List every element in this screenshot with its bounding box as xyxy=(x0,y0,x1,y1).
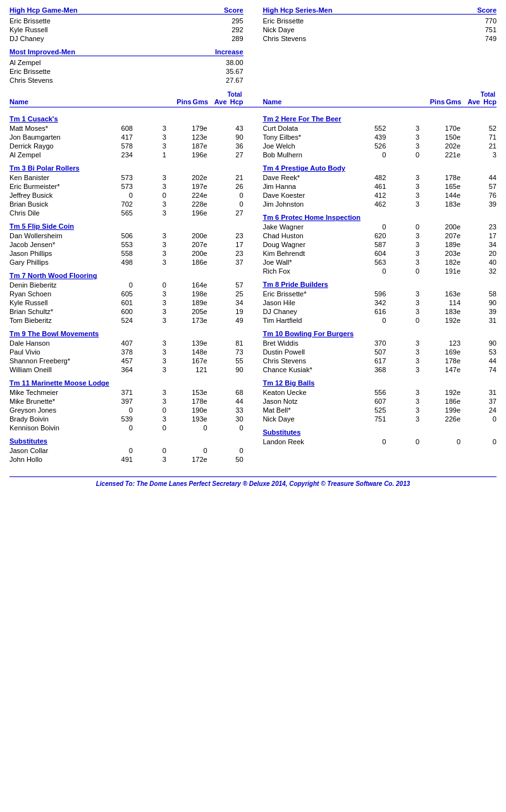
player-row: Eric Burmeister* 573 3 197e 26 xyxy=(9,182,244,191)
player-name: Dan Wollersheim xyxy=(9,232,92,239)
player-hcp: 40 xyxy=(481,258,497,266)
player-pins: 342 xyxy=(366,299,386,306)
high-hcp-series-player-row: Nick Daye751 xyxy=(262,25,497,34)
player-row: Tony Eilbes* 439 3 150e 71 xyxy=(262,133,497,142)
player-hcp: 17 xyxy=(481,232,497,239)
player-name: Jason Phillips xyxy=(9,250,92,257)
player-name: Nick Daye xyxy=(262,26,294,33)
player-gms: 3 xyxy=(407,183,419,190)
player-row: John Hollo 491 3 172e 50 xyxy=(9,455,244,464)
player-gms: 3 xyxy=(407,389,419,396)
player-hcp: 58 xyxy=(481,290,497,298)
player-gms: 3 xyxy=(154,348,166,356)
improved-player-row: Al Zempel38.00 xyxy=(9,58,244,67)
player-gms: 3 xyxy=(154,174,166,181)
player-hcp: 34 xyxy=(481,241,497,248)
player-hcp: 37 xyxy=(228,258,244,266)
player-name: Jason Notz xyxy=(262,397,345,405)
player-ave: 190e xyxy=(187,406,207,414)
player-ave: 173e xyxy=(187,317,207,324)
player-name: Bob Mulhern xyxy=(262,151,345,159)
high-hcp-series-score-label: Score xyxy=(477,6,497,14)
right-name-header: Name xyxy=(262,98,345,106)
high-hcp-series-block: High Hcp Series-Men Score Eric Brissette… xyxy=(262,6,497,43)
player-name: Kyle Russell xyxy=(9,26,48,33)
player-increase: 35.67 xyxy=(226,68,244,75)
team-name: Tm 6 Protec Home Inspection xyxy=(262,214,497,221)
player-name: Chris Stevens xyxy=(262,35,305,42)
player-name: Brian Busick xyxy=(9,200,92,208)
player-name: Jim Hanna xyxy=(262,183,345,190)
player-pins: 0 xyxy=(366,267,386,275)
player-row: Jon Baumgarten 417 3 123e 90 xyxy=(9,133,244,142)
player-hcp: 27 xyxy=(228,151,244,159)
player-ave: 178e xyxy=(440,357,460,365)
player-name: Nick Daye xyxy=(262,415,345,423)
player-pins: 0 xyxy=(113,424,133,432)
team-name: Tm 3 Bi Polar Rollers xyxy=(9,164,244,172)
player-ave: 144e xyxy=(440,191,460,199)
player-name: Greyson Jones xyxy=(9,406,92,414)
player-ave: 163e xyxy=(440,290,460,298)
player-row: Ken Banister 573 3 202e 21 xyxy=(9,173,244,182)
player-name: Al Zempel xyxy=(9,59,41,66)
player-hcp: 71 xyxy=(481,133,497,141)
team-name: Tm 8 Pride Builders xyxy=(262,281,497,288)
player-row: Dan Wollersheim 506 3 200e 23 xyxy=(9,231,244,240)
player-name: Jacob Jensen* xyxy=(9,241,92,248)
player-row: Chad Huston 620 3 207e 17 xyxy=(262,231,497,240)
player-pins: 407 xyxy=(113,339,133,347)
player-row: Brian Schultz* 600 3 205e 19 xyxy=(9,307,244,316)
player-row: Dustin Powell 507 3 169e 53 xyxy=(262,348,497,356)
player-pins: 0 xyxy=(366,317,386,324)
high-hcp-game-score-label: Score xyxy=(224,6,244,14)
player-ave: 187e xyxy=(187,142,207,150)
player-ave: 198e xyxy=(187,290,207,298)
player-gms: 3 xyxy=(407,406,419,414)
player-hcp: 3 xyxy=(481,151,497,159)
player-hcp: 43 xyxy=(228,124,244,132)
player-gms: 0 xyxy=(154,447,166,454)
right-gms-header: Gms xyxy=(446,98,459,106)
team-name: Tm 11 Marinette Moose Lodge xyxy=(9,379,244,387)
player-pins: 553 xyxy=(113,241,133,248)
player-name: Brian Schultz* xyxy=(9,308,92,315)
improved-player-row: Chris Stevens27.67 xyxy=(9,76,244,85)
player-gms: 3 xyxy=(154,308,166,315)
player-row: Jim Hanna 461 3 165e 57 xyxy=(262,182,497,191)
player-gms: 3 xyxy=(154,209,166,217)
player-name: Gary Phillips xyxy=(9,258,92,266)
player-row: Greyson Jones 0 0 190e 33 xyxy=(9,406,244,415)
player-gms: 3 xyxy=(407,124,419,132)
player-gms: 3 xyxy=(407,232,419,239)
player-pins: 526 xyxy=(366,142,386,150)
player-pins: 608 xyxy=(113,124,133,132)
player-pins: 0 xyxy=(366,438,386,445)
player-ave: 202e xyxy=(440,142,460,150)
right-hcp-header: Hcp xyxy=(481,98,497,106)
player-row: Brady Boivin 539 3 193e 30 xyxy=(9,415,244,423)
player-hcp: 90 xyxy=(228,366,244,373)
player-ave: 199e xyxy=(440,406,460,414)
most-improved-block: Most Improved-Men Increase Al Zempel38.0… xyxy=(9,48,497,85)
player-hcp: 44 xyxy=(228,397,244,405)
most-improved-title: Most Improved-Men xyxy=(9,48,75,56)
team-name: Tm 5 Flip Side Coin xyxy=(9,222,244,230)
player-hcp: 81 xyxy=(228,339,244,347)
left-name-header: Name xyxy=(9,98,92,106)
player-hcp: 50 xyxy=(228,456,244,463)
player-row: Mike Brunette* 397 3 178e 44 xyxy=(9,397,244,406)
player-hcp: 0 xyxy=(228,447,244,454)
player-hcp: 0 xyxy=(228,200,244,208)
player-row: Shannon Freeberg* 457 3 167e 55 xyxy=(9,356,244,365)
player-gms: 0 xyxy=(407,223,419,231)
player-gms: 3 xyxy=(154,290,166,298)
player-pins: 525 xyxy=(366,406,386,414)
player-name: Jason Collar xyxy=(9,447,92,454)
player-gms: 3 xyxy=(154,124,166,132)
team-name: Tm 2 Here For The Beer xyxy=(262,115,497,123)
left-pins-header: Pins xyxy=(171,98,192,106)
player-row: Kennison Boivin 0 0 0 0 xyxy=(9,423,244,432)
player-gms: 3 xyxy=(407,191,419,199)
player-hcp: 32 xyxy=(481,267,497,275)
